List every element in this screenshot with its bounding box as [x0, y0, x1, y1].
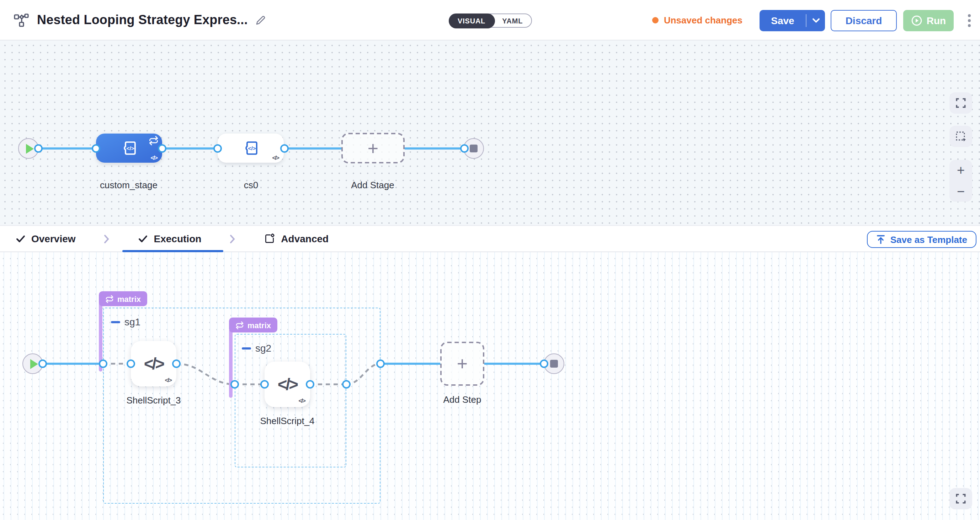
fullscreen-button[interactable]	[950, 92, 972, 114]
connector-dot[interactable]	[260, 380, 269, 388]
connector-dot[interactable]	[280, 144, 289, 153]
stage-setup-tabbar: Overview Execution Advanced	[0, 225, 980, 252]
connector-dot[interactable]	[342, 380, 351, 388]
chevron-right-icon	[230, 234, 235, 243]
check-icon	[16, 234, 25, 244]
connector-dot[interactable]	[460, 144, 469, 153]
shell-script-icon: </>	[278, 375, 297, 394]
connector-dot[interactable]	[38, 360, 47, 368]
stage-label: custom_stage	[79, 180, 178, 190]
collapse-dash-icon	[242, 347, 251, 349]
save-button[interactable]: Save	[759, 10, 825, 31]
connector-dot[interactable]	[99, 360, 107, 368]
view-mode-toggle: VISUAL YAML	[449, 14, 532, 28]
tab-label: Execution	[154, 233, 202, 244]
connector-dot[interactable]	[376, 360, 385, 368]
step-node-shellscript-3[interactable]: </> </>	[131, 341, 177, 387]
kebab-dot	[968, 14, 971, 17]
collapse-dash-icon	[111, 321, 120, 323]
connector-dot[interactable]	[306, 380, 314, 388]
save-as-template-button[interactable]: Save as Template	[867, 231, 977, 248]
toggle-yaml[interactable]: YAML	[493, 14, 531, 27]
connector-dot[interactable]	[127, 360, 135, 368]
unsaved-changes-status: Unsaved changes	[652, 15, 743, 25]
step-group-name: sg1	[124, 316, 140, 328]
zoom-controls: + −	[950, 160, 972, 202]
zoom-out-button[interactable]: −	[950, 181, 972, 202]
step-group-sg1-header[interactable]: sg1	[111, 316, 140, 328]
add-step-label: Add Step	[412, 394, 512, 405]
code-badge-icon: </>	[165, 376, 172, 384]
connector-dot[interactable]	[172, 360, 181, 368]
connector-dot[interactable]	[158, 144, 166, 153]
matrix-badge-label: matrix	[117, 295, 141, 303]
tab-overview[interactable]: Overview	[16, 226, 76, 252]
tab-execution[interactable]: Execution	[138, 226, 202, 252]
marquee-select-button[interactable]	[950, 126, 972, 147]
matrix-badge-label: matrix	[248, 321, 271, 329]
code-badge-icon: </>	[272, 154, 279, 161]
stage-node-custom-stage[interactable]: </> </>	[96, 133, 162, 163]
step-node-shellscript-4[interactable]: </> </>	[264, 361, 310, 407]
tab-advanced[interactable]: Advanced	[264, 226, 329, 252]
more-options-menu[interactable]	[964, 10, 975, 31]
stage-graph-canvas[interactable]: </> </> custom_stage </> </> cs0	[0, 41, 980, 225]
plus-icon: +	[368, 139, 379, 157]
custom-stage-icon: </>	[241, 138, 260, 158]
play-icon	[30, 359, 38, 369]
matrix-strategy-badge-sg1[interactable]: matrix	[99, 291, 147, 306]
connector-dot[interactable]	[231, 380, 239, 388]
svg-text:</>: </>	[248, 145, 256, 151]
chevron-down-icon[interactable]	[807, 17, 825, 23]
discard-button[interactable]: Discard	[830, 10, 897, 31]
run-button[interactable]: Run	[903, 10, 954, 31]
stage-connectors	[0, 41, 980, 225]
fullscreen-icon	[955, 492, 967, 505]
stop-icon	[470, 144, 477, 152]
custom-stage-icon: </>	[119, 138, 139, 158]
play-icon	[26, 144, 34, 154]
matrix-strategy-badge-sg2[interactable]: matrix	[229, 317, 277, 333]
add-step-button[interactable]: +	[440, 342, 484, 386]
looping-strategy-icon	[149, 136, 159, 146]
zoom-in-icon: +	[957, 163, 965, 178]
tab-label: Overview	[31, 233, 76, 244]
execution-graph-canvas[interactable]: matrix sg1 matrix sg2 </> <	[0, 252, 980, 520]
kebab-dot	[968, 24, 971, 27]
toggle-visual[interactable]: VISUAL	[449, 13, 495, 28]
zoom-in-button[interactable]: +	[950, 160, 972, 181]
advanced-settings-icon	[264, 233, 275, 244]
save-label: Save	[759, 14, 806, 26]
stage-node-cs0[interactable]: </> </>	[218, 133, 284, 163]
discard-label: Discard	[846, 14, 882, 26]
step-label: ShellScript_3	[104, 395, 204, 406]
step-group-name: sg2	[255, 342, 271, 354]
step-group-sg2-header[interactable]: sg2	[242, 342, 271, 354]
tab-label: Advanced	[281, 233, 329, 244]
play-circle-icon	[911, 14, 923, 26]
header: Nested Looping Strategy Expres... VISUAL…	[0, 0, 980, 41]
shell-script-icon: </>	[144, 354, 164, 373]
connector-dot[interactable]	[540, 360, 548, 368]
stop-icon	[550, 360, 558, 368]
check-icon	[138, 234, 148, 244]
repeat-icon	[105, 295, 114, 303]
add-stage-button[interactable]: +	[341, 133, 405, 163]
code-badge-icon: </>	[150, 154, 157, 161]
repeat-icon	[235, 321, 244, 329]
save-as-template-label: Save as Template	[890, 234, 967, 245]
kebab-dot	[968, 19, 971, 22]
fullscreen-button[interactable]	[950, 488, 972, 509]
step-label: ShellScript_4	[237, 415, 337, 426]
pencil-icon	[255, 14, 267, 26]
connector-dot[interactable]	[92, 144, 100, 153]
fullscreen-icon	[955, 97, 967, 109]
connector-dot[interactable]	[34, 144, 43, 153]
chevron-right-icon	[104, 234, 110, 243]
connector-dot[interactable]	[213, 144, 222, 153]
unsaved-dot-icon	[652, 17, 659, 24]
edit-title-button[interactable]	[255, 14, 267, 26]
plus-icon: +	[457, 355, 468, 373]
page-title: Nested Looping Strategy Expres...	[37, 13, 248, 28]
code-badge-icon: </>	[298, 397, 305, 404]
